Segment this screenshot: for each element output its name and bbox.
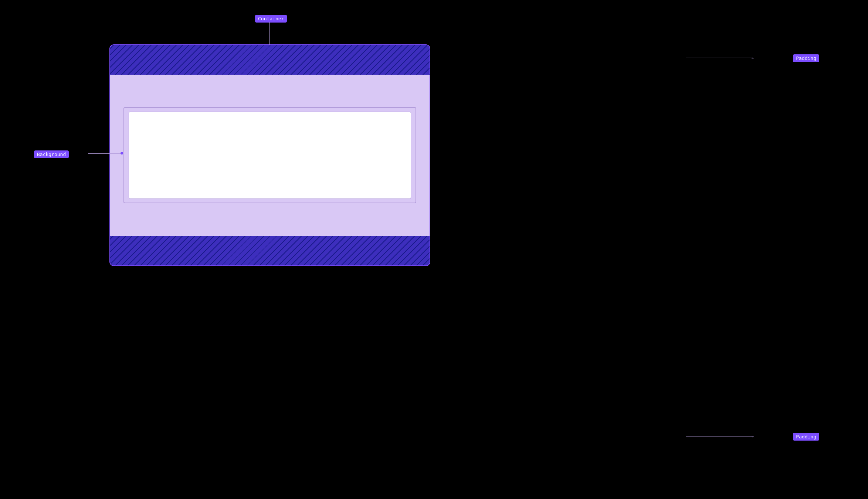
padding-top-arrow: ←: [752, 55, 754, 61]
padding-top-line: [686, 58, 753, 58]
padding-top-area: [110, 45, 430, 75]
padding-bottom-arrow: ←: [752, 434, 754, 439]
background-label-dot: [121, 152, 123, 155]
container-label: Container: [255, 15, 287, 23]
container-box: [109, 44, 430, 266]
padding-top-label: Padding: [793, 54, 819, 62]
background-label: Background: [34, 150, 69, 158]
background-label-line: [88, 153, 121, 154]
padding-bottom-label: Padding: [793, 433, 819, 441]
padding-bottom-area: [110, 236, 430, 265]
scene: Container Background Padding ← Padding ←: [0, 0, 868, 499]
container-label-line: [269, 22, 270, 45]
padding-bottom-line: [686, 437, 753, 437]
background-area: [110, 75, 430, 236]
content-box: [129, 112, 411, 199]
